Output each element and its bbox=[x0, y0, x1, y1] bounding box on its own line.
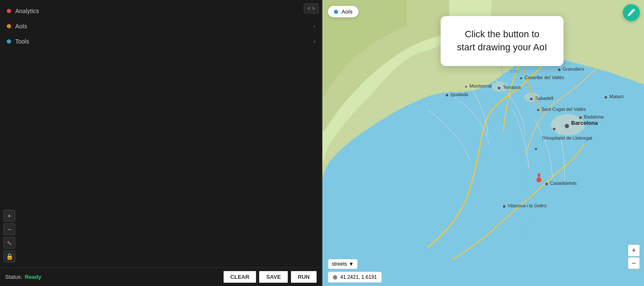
zoom-in-left-button[interactable]: + bbox=[3, 210, 15, 222]
map-zoom-in-button[interactable]: + bbox=[628, 245, 640, 256]
clear-button[interactable]: CLEAR bbox=[223, 271, 257, 283]
zoom-out-left-button[interactable]: − bbox=[3, 223, 15, 235]
svg-rect-34 bbox=[538, 173, 540, 177]
drawing-tooltip: Click the button to start drawing your A… bbox=[441, 16, 564, 66]
svg-text:C-58: C-58 bbox=[511, 69, 519, 74]
aoi-badge-dot bbox=[334, 10, 338, 14]
svg-text:Mataró: Mataró bbox=[609, 94, 624, 99]
svg-text:Sabadell: Sabadell bbox=[535, 96, 553, 101]
tools-dot bbox=[7, 39, 11, 44]
map-panel: Barcelona Terrassa Sabadell Badalona Mat… bbox=[322, 0, 644, 286]
svg-point-20 bbox=[545, 183, 548, 185]
coordinates-text: 41.2421, 1.6191 bbox=[340, 274, 377, 280]
svg-text:Castelldefels: Castelldefels bbox=[550, 181, 577, 186]
layer-select-chevron-icon: ▼ bbox=[349, 261, 354, 267]
tooltip-text: Click the button to start drawing your A… bbox=[457, 29, 547, 52]
svg-point-6 bbox=[498, 87, 500, 89]
svg-text:Igualada: Igualada bbox=[450, 92, 469, 97]
sidebar-item-aois-label: AoIs bbox=[15, 23, 27, 30]
map-coordinates: ⊕ 41.2421, 1.6191 bbox=[328, 272, 382, 283]
code-toggle-icon: < > bbox=[308, 6, 315, 11]
svg-point-10 bbox=[579, 116, 582, 119]
svg-point-22 bbox=[520, 77, 522, 80]
location-icon: ⊕ bbox=[333, 274, 338, 280]
sidebar-item-tools[interactable]: Tools ‹ bbox=[0, 34, 322, 49]
left-panel: Analytics ‹ AoIs ‹ Tools ‹ < > + − ⤡ 🔒 bbox=[0, 0, 322, 286]
sidebar-item-analytics[interactable]: Analytics ‹ bbox=[0, 3, 322, 19]
map-bottom-controls: streets ▼ bbox=[328, 259, 358, 269]
lock-button[interactable]: 🔒 bbox=[3, 250, 15, 262]
layer-select-label: streets bbox=[332, 261, 347, 267]
map-zoom-controls: + − bbox=[628, 245, 640, 269]
svg-point-26 bbox=[465, 86, 467, 88]
svg-point-18 bbox=[503, 205, 505, 208]
status-area: Status: Ready bbox=[5, 274, 42, 280]
draw-aoi-button[interactable] bbox=[623, 4, 640, 21]
panel-divider bbox=[322, 0, 322, 286]
svg-text:Castellar del Vallès: Castellar del Vallès bbox=[525, 75, 564, 80]
svg-point-30 bbox=[535, 148, 537, 150]
svg-text:Granollers: Granollers bbox=[563, 66, 584, 72]
sidebar: Analytics ‹ AoIs ‹ Tools ‹ bbox=[0, 0, 322, 49]
layer-select[interactable]: streets ▼ bbox=[328, 259, 358, 269]
run-button[interactable]: RUN bbox=[291, 271, 317, 283]
left-map-controls: + − ⤡ 🔒 bbox=[3, 210, 15, 262]
svg-point-16 bbox=[446, 94, 448, 96]
svg-point-12 bbox=[605, 96, 607, 99]
svg-text:Vilanova i la Geltrú: Vilanova i la Geltrú bbox=[508, 203, 547, 208]
svg-text:Montserrat: Montserrat bbox=[469, 83, 492, 88]
aois-chevron-icon: ‹ bbox=[314, 23, 315, 29]
save-button[interactable]: SAVE bbox=[259, 271, 288, 283]
svg-point-14 bbox=[558, 69, 561, 71]
action-buttons: CLEAR SAVE RUN bbox=[223, 271, 317, 283]
bottom-bar: Status: Ready CLEAR SAVE RUN bbox=[0, 267, 322, 286]
map-background[interactable]: Barcelona Terrassa Sabadell Badalona Mat… bbox=[322, 0, 644, 286]
svg-text:Badalona: Badalona bbox=[584, 114, 604, 119]
svg-point-8 bbox=[530, 98, 533, 100]
svg-text:Terrassa: Terrassa bbox=[503, 85, 521, 90]
code-toggle-button[interactable]: < > bbox=[304, 3, 319, 14]
tools-chevron-icon: ‹ bbox=[314, 38, 315, 44]
aoi-badge-label: AoIs bbox=[341, 8, 353, 15]
analytics-dot bbox=[7, 9, 11, 13]
sidebar-item-aois[interactable]: AoIs ‹ bbox=[0, 19, 322, 34]
sidebar-item-analytics-label: Analytics bbox=[15, 8, 39, 14]
aoi-badge: AoIs bbox=[328, 6, 358, 17]
status-label: Status: bbox=[5, 274, 22, 280]
svg-text:Sant Cugat del Vallès: Sant Cugat del Vallès bbox=[541, 107, 586, 112]
draw-icon bbox=[627, 8, 636, 17]
svg-text:Barcelona: Barcelona bbox=[571, 120, 598, 126]
map-zoom-out-button[interactable]: − bbox=[628, 257, 640, 269]
svg-text:l'Hospitalet de Llobregat: l'Hospitalet de Llobregat bbox=[542, 135, 592, 140]
svg-point-24 bbox=[537, 109, 539, 111]
svg-point-28 bbox=[553, 128, 555, 130]
svg-point-33 bbox=[536, 177, 541, 182]
sidebar-item-tools-label: Tools bbox=[15, 38, 29, 45]
status-value: Ready bbox=[25, 274, 41, 280]
expand-left-button[interactable]: ⤡ bbox=[3, 237, 15, 249]
svg-point-4 bbox=[565, 124, 569, 128]
aois-dot bbox=[7, 24, 11, 28]
